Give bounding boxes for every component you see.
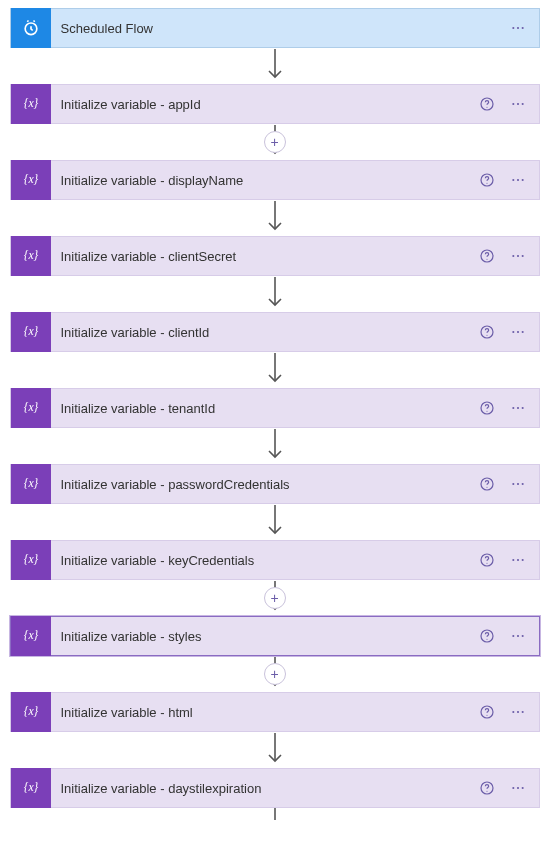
flow-step-card[interactable]: {x}Initialize variable - daystilexpirati… — [10, 768, 540, 808]
add-step-button[interactable]: + — [264, 587, 286, 609]
svg-text:{x}: {x} — [23, 553, 38, 566]
svg-point-51 — [521, 635, 523, 637]
svg-point-3 — [521, 27, 523, 29]
flow-step-card[interactable]: {x}Initialize variable - html — [10, 692, 540, 732]
svg-point-14 — [516, 179, 518, 181]
flow-step-card[interactable]: {x}Initialize variable - styles — [10, 616, 540, 656]
flow-connector — [264, 732, 286, 768]
add-step-button[interactable]: + — [264, 663, 286, 685]
step-label: Initialize variable - clientSecret — [51, 249, 479, 264]
svg-point-33 — [521, 407, 523, 409]
step-label: Initialize variable - html — [51, 705, 479, 720]
variable-icon: {x} — [11, 540, 51, 580]
variable-icon: {x} — [11, 312, 51, 352]
more-menu-icon[interactable] — [509, 248, 527, 264]
step-label: Initialize variable - keyCredentials — [51, 553, 479, 568]
flow-connector — [264, 504, 286, 540]
svg-text:{x}: {x} — [23, 325, 38, 338]
svg-point-48 — [486, 639, 487, 640]
svg-point-57 — [521, 711, 523, 713]
flow-connector: + — [264, 580, 286, 616]
flow-step-card[interactable]: {x}Initialize variable - passwordCredent… — [10, 464, 540, 504]
variable-icon: {x} — [11, 464, 51, 504]
more-menu-icon[interactable] — [509, 324, 527, 340]
svg-point-1 — [512, 27, 514, 29]
svg-point-26 — [516, 331, 518, 333]
help-icon[interactable] — [479, 96, 495, 112]
add-step-button[interactable]: + — [264, 131, 286, 153]
flow-step-card[interactable]: {x}Initialize variable - appId — [10, 84, 540, 124]
svg-point-25 — [512, 331, 514, 333]
more-menu-icon[interactable] — [509, 552, 527, 568]
svg-point-18 — [486, 259, 487, 260]
svg-text:{x}: {x} — [23, 401, 38, 414]
svg-point-7 — [512, 103, 514, 105]
flow-step-card[interactable]: {x}Initialize variable - clientId — [10, 312, 540, 352]
help-icon[interactable] — [479, 248, 495, 264]
flow-connector — [264, 276, 286, 312]
flow-step-card[interactable]: {x}Initialize variable - clientSecret — [10, 236, 540, 276]
flow-step-card[interactable]: Scheduled Flow — [10, 8, 540, 48]
svg-text:{x}: {x} — [23, 477, 38, 490]
svg-point-61 — [512, 787, 514, 789]
variable-icon: {x} — [11, 692, 51, 732]
svg-point-38 — [516, 483, 518, 485]
svg-point-30 — [486, 411, 487, 412]
step-label: Initialize variable - displayName — [51, 173, 479, 188]
more-menu-icon[interactable] — [509, 96, 527, 112]
step-label: Initialize variable - tenantId — [51, 401, 479, 416]
flow-step-card[interactable]: {x}Initialize variable - keyCredentials — [10, 540, 540, 580]
help-icon[interactable] — [479, 704, 495, 720]
flow-connector: + — [264, 124, 286, 160]
variable-icon: {x} — [11, 236, 51, 276]
svg-point-56 — [516, 711, 518, 713]
more-menu-icon[interactable] — [509, 400, 527, 416]
flow-step-card[interactable]: {x}Initialize variable - displayName — [10, 160, 540, 200]
svg-point-60 — [486, 791, 487, 792]
svg-point-15 — [521, 179, 523, 181]
svg-point-49 — [512, 635, 514, 637]
svg-point-27 — [521, 331, 523, 333]
svg-point-12 — [486, 183, 487, 184]
help-icon[interactable] — [479, 476, 495, 492]
svg-point-32 — [516, 407, 518, 409]
more-menu-icon[interactable] — [509, 780, 527, 796]
svg-point-54 — [486, 715, 487, 716]
flow-connector — [264, 352, 286, 388]
help-icon[interactable] — [479, 780, 495, 796]
flow-connector: + — [264, 656, 286, 692]
flow-step-card[interactable]: {x}Initialize variable - tenantId — [10, 388, 540, 428]
svg-point-45 — [521, 559, 523, 561]
variable-icon: {x} — [11, 616, 51, 656]
svg-point-37 — [512, 483, 514, 485]
help-icon[interactable] — [479, 628, 495, 644]
more-menu-icon[interactable] — [509, 628, 527, 644]
svg-point-31 — [512, 407, 514, 409]
svg-point-63 — [521, 787, 523, 789]
step-label: Initialize variable - clientId — [51, 325, 479, 340]
help-icon[interactable] — [479, 172, 495, 188]
svg-point-50 — [516, 635, 518, 637]
more-menu-icon[interactable] — [509, 20, 527, 36]
svg-point-62 — [516, 787, 518, 789]
more-menu-icon[interactable] — [509, 476, 527, 492]
step-label: Initialize variable - styles — [51, 629, 479, 644]
svg-point-13 — [512, 179, 514, 181]
variable-icon: {x} — [11, 768, 51, 808]
flow-connector — [264, 428, 286, 464]
clock-icon — [11, 8, 51, 48]
step-label: Initialize variable - daystilexpiration — [51, 781, 479, 796]
step-label: Initialize variable - passwordCredential… — [51, 477, 479, 492]
svg-text:{x}: {x} — [23, 629, 38, 642]
help-icon[interactable] — [479, 324, 495, 340]
more-menu-icon[interactable] — [509, 704, 527, 720]
help-icon[interactable] — [479, 552, 495, 568]
more-menu-icon[interactable] — [509, 172, 527, 188]
svg-point-20 — [516, 255, 518, 257]
help-icon[interactable] — [479, 400, 495, 416]
svg-point-2 — [516, 27, 518, 29]
svg-point-24 — [486, 335, 487, 336]
svg-point-43 — [512, 559, 514, 561]
svg-point-39 — [521, 483, 523, 485]
svg-point-6 — [486, 107, 487, 108]
